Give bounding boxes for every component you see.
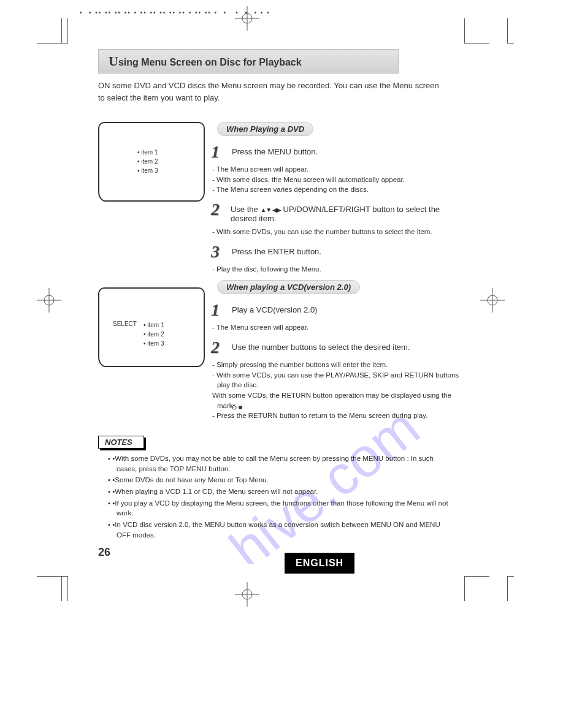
crop-mark [37, 18, 62, 44]
tv-illustration-vcd: SELECT • item 1 • item 2 • item 3 [98, 287, 205, 367]
step-number-icon: 2 [211, 339, 226, 356]
title-text: sing Menu Screen on Disc for Playback [118, 57, 302, 67]
list-item: - With some discs, the Menu screen will … [211, 175, 466, 185]
step-text: Use the ▲▼ ◀▶ UP/DOWN/LEFT/RIGHT button … [231, 201, 466, 223]
step-sub-list: - The Menu screen will appear. [211, 322, 466, 333]
list-item: - With some VCDs, you can use the PLAY/P… [211, 370, 466, 390]
list-item: - With some DVDs, you can use the number… [211, 227, 466, 237]
notes-heading: NOTES [98, 436, 144, 449]
step-text: Play a VCD(version 2.0) [232, 301, 317, 314]
step-text: Press the MENU button. [232, 143, 318, 156]
step-row: 2 Use the number buttons to select the d… [211, 339, 466, 356]
step-number-icon: 1 [211, 301, 226, 319]
step-text: Press the ENTER button. [232, 243, 321, 256]
language-badge: ENGLISH [285, 553, 354, 574]
page-number: 26 [98, 546, 466, 559]
list-item: • •When playing a VCD 1.1 or CD, the Men… [108, 487, 451, 497]
step-sub-list: - With some DVDs, you can use the number… [211, 227, 466, 237]
tv-item: • item 3 [144, 339, 164, 348]
step-row: 2 Use the ▲▼ ◀▶ UP/DOWN/LEFT/RIGHT butto… [211, 201, 466, 223]
title-dropcap: U [109, 53, 118, 69]
list-item: - Press the RETURN button to return to t… [211, 411, 466, 421]
svg-point-14 [239, 406, 242, 409]
list-item: - Simply pressing the number buttons wil… [211, 360, 466, 370]
list-text: With some VCDs, the RETURN button operat… [212, 392, 451, 409]
crop-mark [464, 18, 489, 44]
crop-mark [61, 576, 68, 601]
tv-item: • item 2 [144, 330, 164, 339]
step-sub-list: - Simply pressing the number buttons wil… [211, 360, 466, 421]
tv-select-label: SELECT [113, 320, 137, 327]
crop-mark [507, 576, 514, 601]
step-text-part: Use the [231, 205, 260, 214]
list-item: - The Menu screen will appear. [211, 164, 466, 175]
notes-list: • •With some DVDs, you may not be able t… [108, 453, 451, 540]
registration-mark-icon [37, 288, 61, 313]
step-row: 1 Play a VCD(version 2.0) [211, 301, 466, 319]
step-row: 3 Press the ENTER button. [211, 243, 466, 260]
list-item: - The Menu screen will appear. [211, 322, 466, 333]
svg-point-13 [232, 406, 236, 409]
list-item: • •In VCD disc version 2.0, the MENU but… [108, 520, 451, 540]
step-number-icon: 2 [211, 201, 224, 218]
list-item: • •With some DVDs, you may not be able t… [108, 453, 451, 474]
crop-mark [61, 18, 68, 44]
tv-item: • item 1 [137, 148, 158, 157]
step-number-icon: 1 [211, 143, 226, 161]
tv-illustration-dvd: • item 1 • item 2 • item 3 [98, 122, 205, 202]
list-item: • •Some DVDs do not have any Menu or Top… [108, 475, 451, 485]
pbc-mark-icon [237, 403, 248, 409]
list-item: - The Menu screen varies depending on th… [211, 184, 466, 195]
crop-mark [37, 576, 62, 601]
step-sub-list: - The Menu screen will appear. - With so… [211, 164, 466, 195]
step-number-icon: 3 [211, 243, 226, 260]
list-item: With some VCDs, the RETURN button operat… [211, 390, 466, 411]
section-heading-dvd: When Playing a DVD [217, 122, 313, 136]
tv-item: • item 3 [137, 166, 158, 175]
list-item: • •If you play a VCD by displaying the M… [108, 498, 451, 518]
crop-mark [507, 18, 514, 44]
step-row: 1 Press the MENU button. [211, 143, 466, 161]
step-text: Use the number buttons to select the des… [232, 339, 410, 352]
tv-item: • item 1 [144, 320, 164, 330]
crop-mark [464, 576, 489, 601]
registration-mark-icon [480, 288, 505, 313]
intro-paragraph: ON some DVD and VCD discs the Menu scree… [98, 80, 442, 104]
tv-item: • item 2 [137, 157, 158, 166]
registration-mark-icon [235, 6, 259, 31]
page-title: Using Menu Screen on Disc for Playback [98, 49, 399, 74]
step-sub-list: - Play the disc, following the Menu. [211, 264, 466, 275]
arrow-icons: ▲▼ ◀▶ [260, 207, 281, 213]
list-item: - Play the disc, following the Menu. [211, 264, 466, 275]
section-heading-vcd: When playing a VCD(version 2.0) [217, 280, 360, 294]
registration-mark-icon [235, 582, 259, 607]
